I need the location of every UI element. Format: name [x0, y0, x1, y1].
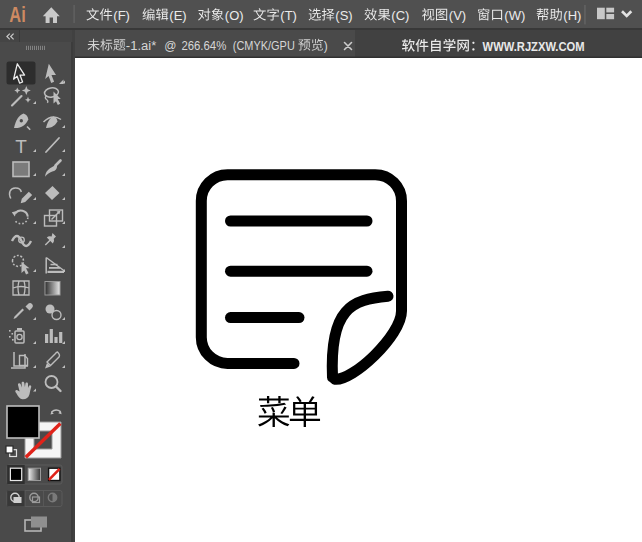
svg-text:): ) [324, 39, 328, 53]
svg-text:WWW.RJZXW.COM: WWW.RJZXW.COM [483, 39, 585, 54]
svg-text:(CMYK/GPU: (CMYK/GPU [233, 39, 295, 53]
svg-text:(S): (S) [335, 8, 352, 23]
svg-text:(W): (W) [504, 8, 525, 23]
svg-text:(T): (T) [280, 8, 297, 23]
svg-text:-1.ai*: -1.ai* [126, 39, 157, 53]
svg-text:(F): (F) [113, 8, 130, 23]
svg-text:(V): (V) [449, 8, 466, 23]
svg-text:(C): (C) [391, 8, 409, 23]
svg-text:T: T [15, 136, 27, 157]
svg-text:@: @ [164, 39, 176, 53]
svg-text:(H): (H) [563, 8, 581, 23]
svg-text:(O): (O) [225, 8, 244, 23]
svg-text:(E): (E) [169, 8, 186, 23]
svg-text:266.64%: 266.64% [181, 39, 226, 53]
svg-text:Ai: Ai [9, 2, 25, 27]
